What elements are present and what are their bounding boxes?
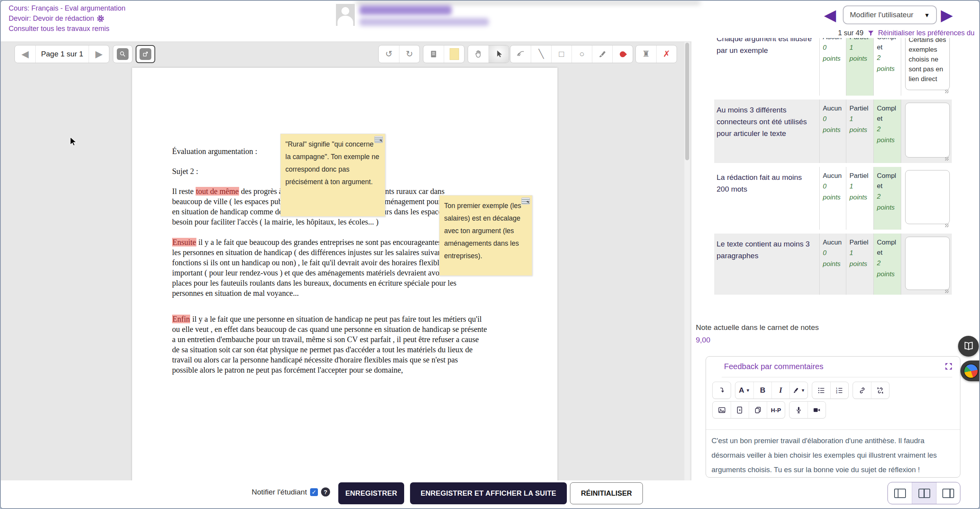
font-style-button[interactable]: A▼ (735, 382, 753, 399)
highlighter-icon[interactable] (592, 45, 612, 63)
record-audio-icon[interactable] (789, 402, 808, 418)
layout-toggle-group (887, 482, 960, 504)
search-icon (117, 48, 129, 60)
expand-arrows-icon[interactable] (944, 362, 953, 371)
select-cursor-icon[interactable] (488, 45, 509, 63)
help-icon[interactable]: ? (321, 487, 330, 496)
notify-student-checkbox[interactable]: ✓ (310, 488, 318, 496)
rubric-level-complet[interactable]: Complet2 points (873, 167, 901, 230)
link-icon[interactable] (853, 382, 871, 399)
annotation-color-icon[interactable] (612, 45, 633, 63)
rubric-criterion: Chaque argument est illustré par un exem… (714, 38, 819, 96)
sticky-note-text: "Rural" signifie "qui concerne la campag… (285, 140, 379, 186)
bullet-list-icon[interactable] (812, 382, 830, 399)
gear-icon[interactable] (97, 15, 104, 22)
toolbar-toggle-icon[interactable] (713, 382, 731, 399)
rotate-tools: ↺ ↻ (378, 45, 420, 63)
highlight-annotation[interactable]: Enfin (172, 315, 190, 323)
numbered-list-icon[interactable]: 123 (830, 382, 848, 399)
note-menu-icon[interactable] (374, 136, 383, 143)
svg-text:3: 3 (836, 391, 837, 394)
rectangle-icon[interactable]: □ (551, 45, 572, 63)
rubric-criterion: Le texte contient au moins 3 paragraphes (714, 234, 819, 295)
stamp-icon[interactable]: ♜ (636, 45, 656, 63)
rubric-level-partiel[interactable]: Partiel1 points (846, 100, 873, 163)
rubric-level-partiel[interactable]: Partiel1 points (846, 234, 873, 295)
assignment-link[interactable]: Devoir: Devoir de rédaction (9, 14, 104, 23)
previous-page-button[interactable]: ◀ (15, 45, 35, 63)
grading-panel: Chaque argument est illustré par un exem… (692, 38, 980, 480)
h5p-icon[interactable]: H-P (767, 402, 785, 418)
rubric-table: Chaque argument est illustré par un exem… (714, 38, 952, 295)
feedback-comment-input[interactable]: C'est un bon premier travail d'élaborati… (711, 433, 955, 477)
line-icon[interactable]: ╲ (531, 45, 551, 63)
rubric-level-partiel[interactable]: Partiel1 points (846, 167, 873, 230)
save-and-show-next-button[interactable]: ENREGISTRER ET AFFICHER LA SUITE (410, 482, 567, 504)
filter-icon[interactable] (867, 30, 874, 36)
comments-list-icon[interactable] (423, 45, 444, 63)
course-link[interactable]: Cours: Français - Eval argumentation (9, 4, 125, 13)
rubric-row: Chaque argument est illustré par un exem… (714, 38, 952, 96)
delete-annotation-icon[interactable]: ✗ (656, 45, 677, 63)
rubric-level-complet[interactable]: Complet2 points (873, 234, 901, 295)
view-all-submissions-link[interactable]: Consulter tous les travaux remis (9, 24, 109, 33)
bold-button[interactable]: B (753, 382, 771, 399)
rubric-level-aucun[interactable]: Aucun0 points (819, 234, 846, 295)
sticky-note-comment[interactable]: Ton premier exemple (les salaires) est e… (439, 195, 532, 276)
rubric-remark-input[interactable] (905, 237, 950, 290)
rubric-remark-input[interactable]: Certains des exemples choisis ne sont pa… (905, 38, 950, 90)
layout-split-button[interactable] (912, 482, 936, 504)
highlight-annotation[interactable]: tout de même (196, 187, 239, 196)
pdf-scrollbar[interactable] (684, 42, 690, 481)
next-user-button[interactable]: ▶ (941, 5, 953, 24)
layout-left-collapsed-button[interactable] (888, 482, 912, 504)
expand-view-button[interactable] (136, 45, 155, 63)
notify-student-label: Notifier l'étudiant (252, 488, 307, 496)
rubric-row: La rédaction fait au moins 200 mots Aucu… (714, 167, 952, 230)
reset-preferences-link[interactable]: Réinitialiser les préférences du (878, 29, 975, 37)
brush-color-button[interactable]: ▼ (789, 382, 808, 399)
rubric-level-aucun[interactable]: Aucun0 points (819, 38, 846, 96)
pan-hand-icon[interactable] (468, 45, 488, 63)
user-select-dropdown[interactable]: Modifier l'utilisateur ▼ (843, 5, 937, 24)
rubric-level-complet[interactable]: Complet2 points (873, 100, 901, 163)
rubric-level-partiel[interactable]: Partiel1 points (846, 38, 873, 96)
blurred-user-name (359, 5, 452, 15)
previous-user-button[interactable]: ◀ (824, 5, 836, 24)
rubric-row: Le texte contient au moins 3 paragraphes… (714, 234, 952, 295)
italic-button[interactable]: I (771, 382, 789, 399)
search-comments-button[interactable] (113, 45, 132, 63)
sticky-note-comment[interactable]: "Rural" signifie "qui concerne la campag… (280, 134, 385, 217)
pen-icon[interactable] (510, 45, 531, 63)
extension-tool-button[interactable] (960, 360, 980, 381)
rotate-right-icon[interactable]: ↻ (399, 45, 419, 63)
rubric-level-aucun[interactable]: Aucun0 points (819, 167, 846, 230)
stamp-tools: ♜ ✗ (635, 45, 677, 63)
unlink-icon[interactable] (871, 382, 889, 399)
note-menu-icon[interactable] (521, 197, 530, 205)
next-page-button[interactable]: ▶ (89, 45, 109, 63)
insert-image-icon[interactable] (713, 402, 731, 418)
rotate-left-icon[interactable]: ↺ (379, 45, 399, 63)
expand-icon (140, 48, 151, 60)
layout-right-icon (942, 489, 954, 498)
rubric-remark-input[interactable] (905, 103, 950, 158)
editor-toolbar-row-1: A▼ B I ▼ 123 (712, 382, 889, 399)
save-button[interactable]: ENREGISTRER (338, 482, 404, 504)
reader-tool-button[interactable] (958, 336, 979, 357)
record-video-icon[interactable] (808, 402, 826, 418)
rubric-level-complet[interactable]: Complet2 points (873, 38, 901, 96)
insert-media-icon[interactable] (731, 402, 749, 418)
page-indicator: Page 1 sur 1 (35, 45, 89, 63)
blurred-user-email (359, 18, 489, 26)
ellipse-icon[interactable]: ○ (572, 45, 592, 63)
manage-files-icon[interactable] (749, 402, 767, 418)
rubric-remark-input[interactable] (905, 170, 950, 224)
reset-button[interactable]: RÉINITIALISER (570, 482, 643, 504)
layout-right-collapsed-button[interactable] (936, 482, 960, 504)
comment-color-swatch[interactable] (444, 45, 464, 63)
layout-left-icon (894, 489, 906, 498)
rubric-level-aucun[interactable]: Aucun0 points (819, 100, 846, 163)
highlight-annotation[interactable]: Ensuite (172, 238, 196, 246)
chevron-down-icon: ▼ (924, 12, 930, 18)
